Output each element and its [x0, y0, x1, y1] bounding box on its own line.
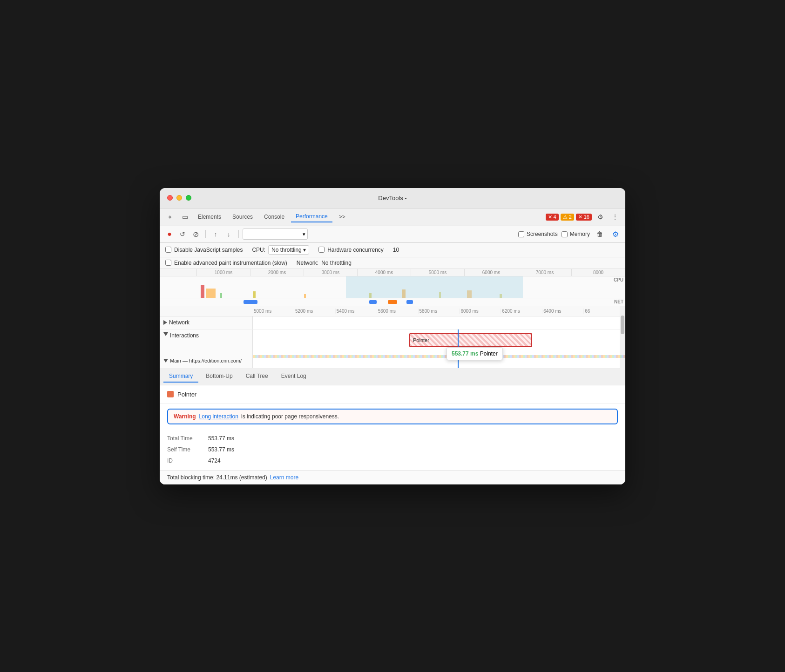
memory-checkbox[interactable] [562, 231, 568, 237]
toolbar-separator-1 [205, 230, 206, 238]
cpu-bar-orange-2 [304, 294, 306, 298]
overview-chart[interactable]: 1000 ms 2000 ms 3000 ms 4000 ms 5000 ms … [160, 269, 625, 306]
summary-pointer-label: Pointer [177, 391, 196, 398]
tick-6200: 6200 ms [501, 309, 542, 314]
track-row-network: Network [160, 316, 625, 329]
network-track-canvas[interactable] [253, 316, 625, 329]
warning-badge[interactable]: ⚠ 2 [561, 214, 574, 221]
tab-sources[interactable]: Sources [228, 212, 257, 222]
maximize-button[interactable] [186, 195, 191, 201]
selected-range [346, 276, 523, 298]
devtools-navbar: ⌖ ▭ Elements Sources Console Performance… [160, 208, 625, 226]
enable-paint-label[interactable]: Enable advanced paint instrumentation (s… [165, 260, 287, 266]
self-time-label: Self Time [167, 446, 204, 453]
download-button[interactable]: ↓ [223, 228, 235, 240]
network-collapse-triangle[interactable] [163, 320, 167, 325]
record-button[interactable]: ● [163, 228, 176, 240]
network-setting: Network: No throttling [297, 260, 352, 266]
cpu-bar-yellow-3 [439, 292, 441, 298]
interaction-bar-label: Pointer [413, 337, 429, 343]
tab-console[interactable]: Console [259, 212, 289, 222]
warning-suffix: is indicating poor page responsiveness. [241, 413, 339, 420]
settings-gear-btn[interactable]: ⚙ [609, 228, 622, 240]
cpu-bar-green-1 [220, 293, 222, 298]
enable-paint-checkbox[interactable] [165, 260, 171, 266]
ruler-tick-5: 5000 ms [411, 269, 465, 276]
net-label: NET [614, 299, 623, 304]
warning-icon: ⚠ [563, 214, 568, 220]
warning-prefix: Warning [174, 413, 196, 420]
url-dropdown[interactable]: ▾ [243, 228, 308, 240]
footer-bar: Total blocking time: 24.11ms (estimated)… [160, 470, 625, 484]
more-icon-btn[interactable]: ⋮ [609, 210, 622, 223]
tab-event-log[interactable]: Event Log [276, 370, 312, 383]
net-area: NET [160, 298, 625, 306]
memory-checkbox-label[interactable]: Memory [562, 231, 590, 237]
learn-more-link[interactable]: Learn more [270, 474, 298, 481]
cpu-setting: CPU: No throttling ▾ [252, 245, 309, 255]
long-interaction-link[interactable]: Long interaction [199, 413, 238, 420]
ruler-tick-6: 6000 ms [465, 269, 518, 276]
issues-badge[interactable]: ✕ 16 [576, 214, 592, 221]
settings-row-1: Disable JavaScript samples CPU: No throt… [160, 243, 625, 257]
main-collapse-triangle[interactable] [163, 359, 168, 363]
interactions-track-canvas[interactable]: Pointer 553.77 ms Pointer [253, 329, 625, 353]
tick-5800: 5800 ms [419, 309, 460, 314]
cpu-bar-orange-3 [402, 289, 406, 298]
disable-js-samples-label[interactable]: Disable JavaScript samples [165, 247, 243, 253]
tab-performance[interactable]: Performance [291, 211, 332, 222]
dropdown-arrow-icon: ▾ [303, 231, 305, 237]
badges-group: ✕ 4 ⚠ 2 ✕ 16 [546, 214, 592, 221]
main-track-canvas[interactable] [253, 353, 625, 368]
screenshots-checkbox[interactable] [518, 231, 524, 237]
cursor-icon[interactable]: ⌖ [163, 210, 176, 223]
network-label: Network: [297, 260, 318, 266]
overview-ruler: 1000 ms 2000 ms 3000 ms 4000 ms 5000 ms … [160, 269, 625, 276]
cpu-dropdown[interactable]: No throttling ▾ [268, 245, 309, 255]
error-badge[interactable]: ✕ 4 [546, 214, 559, 221]
toolbar-right: Screenshots Memory 🗑 ⚙ [518, 228, 622, 240]
tab-summary[interactable]: Summary [163, 370, 198, 383]
tick-5400: 5400 ms [336, 309, 377, 314]
pointer-color-swatch [167, 391, 174, 397]
tab-more[interactable]: >> [334, 212, 350, 222]
disable-js-samples-text: Disable JavaScript samples [174, 247, 243, 253]
tooltip-label: Pointer [480, 350, 498, 357]
hardware-concurrency-checkbox[interactable] [318, 247, 325, 253]
network-label-text: Network [169, 319, 189, 326]
pointer-interaction-bar[interactable]: Pointer [409, 333, 532, 347]
error-icon: ✕ [548, 214, 552, 220]
ruler-ticks: 5000 ms 5200 ms 5400 ms 5600 ms 5800 ms … [253, 309, 625, 314]
minimize-button[interactable] [176, 195, 182, 201]
error-count: 4 [554, 214, 556, 220]
upload-button[interactable]: ↑ [210, 228, 222, 240]
issues-icon: ✕ [578, 214, 582, 220]
settings-icon-btn[interactable]: ⚙ [594, 210, 607, 223]
reload-record-button[interactable]: ↺ [176, 228, 189, 240]
net-bar-1 [244, 300, 257, 304]
tab-bottom-up[interactable]: Bottom-Up [200, 370, 238, 383]
net-bar-4 [406, 300, 413, 304]
tick-5600: 5600 ms [377, 309, 419, 314]
cpu-bar-yellow-2 [369, 293, 372, 298]
warning-banner: Warning Long interaction is indicating p… [167, 409, 618, 424]
close-button[interactable] [167, 195, 173, 201]
scrollbar-thumb[interactable] [621, 316, 624, 334]
interactions-track-label: Interactions [160, 329, 253, 353]
summary-panel: Pointer Warning Long interaction is indi… [160, 385, 625, 484]
disable-js-samples-checkbox[interactable] [165, 247, 171, 253]
enable-paint-text: Enable advanced paint instrumentation (s… [174, 260, 287, 266]
hardware-concurrency-label[interactable]: Hardware concurrency [318, 247, 384, 253]
device-icon[interactable]: ▭ [178, 210, 191, 223]
toolbar-separator-2 [238, 230, 239, 238]
cpu-bar-yellow-4 [500, 294, 502, 298]
screenshots-checkbox-label[interactable]: Screenshots [518, 231, 558, 237]
clear-button[interactable]: ⊘ [189, 228, 202, 240]
tab-elements[interactable]: Elements [193, 212, 226, 222]
timeline-detail: 5000 ms 5200 ms 5400 ms 5600 ms 5800 ms … [160, 306, 625, 369]
network-value: No throttling [321, 260, 352, 266]
interactions-collapse-triangle[interactable] [163, 332, 168, 336]
tab-call-tree[interactable]: Call Tree [240, 370, 274, 383]
hardware-concurrency-value: 10 [393, 247, 399, 253]
delete-button[interactable]: 🗑 [594, 228, 606, 240]
